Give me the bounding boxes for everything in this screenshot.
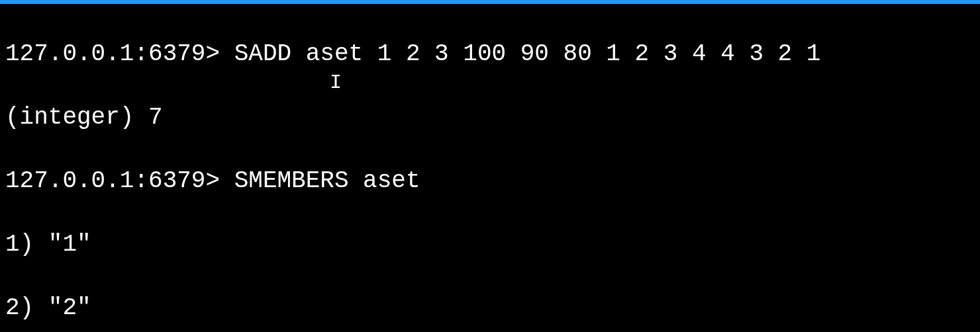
command-text: SMEMBERS aset xyxy=(234,167,420,194)
prompt-text: 127.0.0.1:6379> xyxy=(5,167,220,194)
terminal-line-cmd: 127.0.0.1:6379> SMEMBERS aset xyxy=(5,165,980,197)
terminal-line-list: 2) "2" xyxy=(5,292,980,324)
terminal-line-cmd: 127.0.0.1:6379> SADD aset 1 2 3 100 90 8… xyxy=(5,38,980,70)
list-index: 2 xyxy=(5,294,20,321)
terminal-output[interactable]: 127.0.0.1:6379> SADD aset 1 2 3 100 90 8… xyxy=(0,4,980,332)
terminal-line-result: (integer) 7 xyxy=(5,102,980,134)
terminal-line-list: 1) "1" xyxy=(5,229,980,261)
list-value: 2 xyxy=(62,294,77,321)
list-index: 1 xyxy=(5,231,20,258)
list-value: 1 xyxy=(62,231,77,258)
prompt-text: 127.0.0.1:6379> xyxy=(5,40,220,67)
command-text: SADD aset 1 2 3 100 90 80 1 2 3 4 4 3 2 … xyxy=(234,40,821,67)
